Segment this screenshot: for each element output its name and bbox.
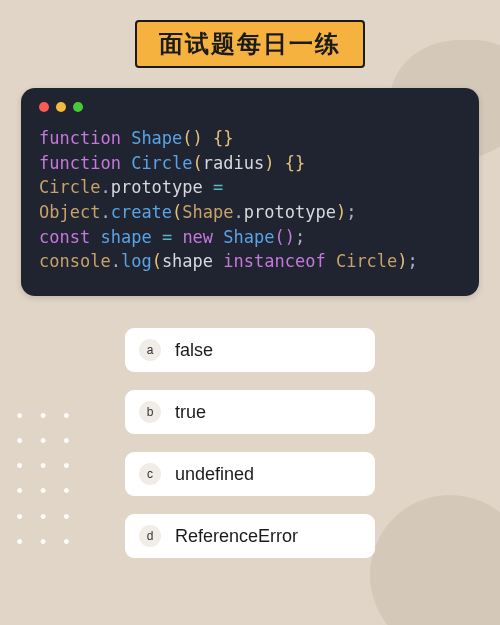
option-letter: c xyxy=(139,463,161,485)
option-letter: a xyxy=(139,339,161,361)
option-letter: b xyxy=(139,401,161,423)
option-label: ReferenceError xyxy=(175,526,298,547)
option-letter: d xyxy=(139,525,161,547)
option-label: undefined xyxy=(175,464,254,485)
page-title: 面试题每日一练 xyxy=(159,30,341,57)
option-c[interactable]: c undefined xyxy=(125,452,375,496)
option-label: true xyxy=(175,402,206,423)
option-d[interactable]: d ReferenceError xyxy=(125,514,375,558)
window-controls xyxy=(39,102,461,112)
background-dot-pattern: • • • • • • • • • • • • • • • • • • • • … xyxy=(0,404,76,555)
page-title-banner: 面试题每日一练 xyxy=(135,20,365,68)
minimize-icon xyxy=(56,102,66,112)
option-a[interactable]: a false xyxy=(125,328,375,372)
code-snippet: function Shape() {} function Circle(radi… xyxy=(39,126,461,274)
code-card: function Shape() {} function Circle(radi… xyxy=(21,88,479,296)
background-blob-bottom xyxy=(370,495,500,625)
close-icon xyxy=(39,102,49,112)
maximize-icon xyxy=(73,102,83,112)
option-label: false xyxy=(175,340,213,361)
answer-options: a false b true c undefined d ReferenceEr… xyxy=(125,328,375,558)
option-b[interactable]: b true xyxy=(125,390,375,434)
